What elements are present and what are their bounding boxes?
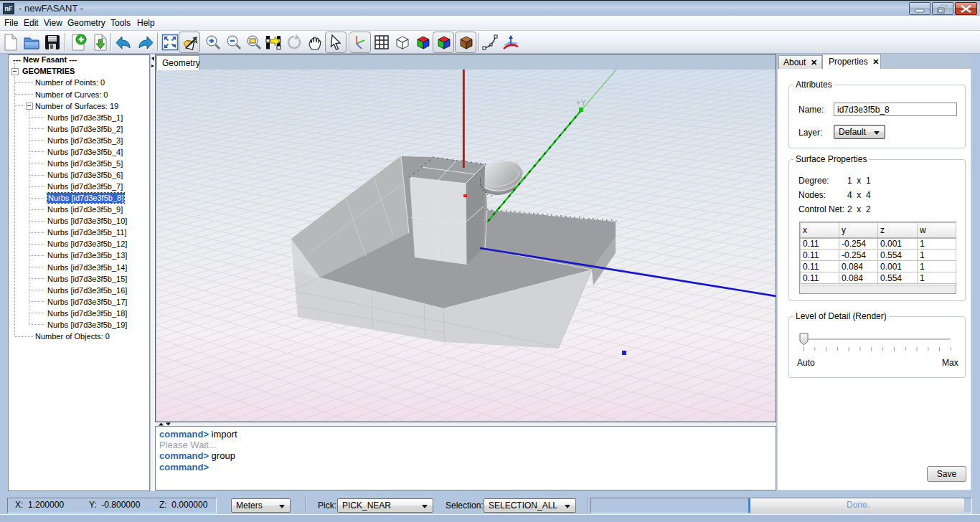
svg-text:+Y: +Y	[576, 98, 586, 107]
